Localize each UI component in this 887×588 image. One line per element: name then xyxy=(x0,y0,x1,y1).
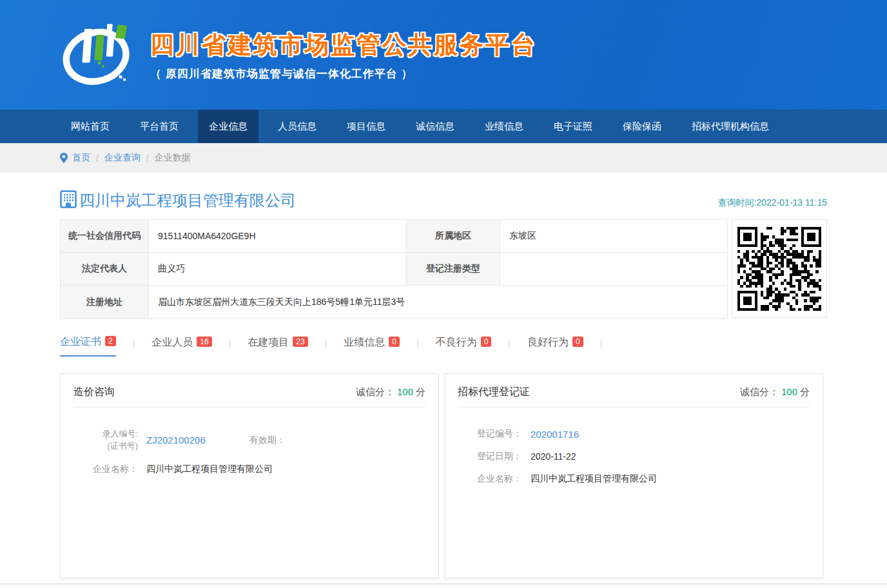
card-title: 招标代理登记证 xyxy=(458,386,530,399)
site-title: 四川省建筑市场监管公共服务平台 xyxy=(150,29,537,61)
credit-code-value: 91511400MA6420GE9H xyxy=(149,220,407,252)
count-badge: 16 xyxy=(197,337,211,347)
company-name-value: 四川中岚工程项目管理有限公司 xyxy=(146,464,273,475)
registration-date-label: 登记日期： xyxy=(477,451,522,462)
breadcrumb-current: 企业数据 xyxy=(155,152,191,164)
nav-item-bidding-agency-info[interactable]: 招标代理机构信息 xyxy=(681,110,780,143)
tab-enterprise-personnel[interactable]: 企业人员 16 xyxy=(151,336,211,356)
registration-number-link[interactable]: 202001716 xyxy=(531,429,579,440)
registration-date-value: 2020-11-22 xyxy=(531,451,576,462)
company-name-label: 企业名称： xyxy=(477,473,522,485)
breadcrumb-enterprise-search[interactable]: 企业查询 xyxy=(104,152,141,164)
validity-label: 有效期： xyxy=(246,435,286,446)
count-badge: 23 xyxy=(293,337,307,347)
tab-separator: | xyxy=(133,338,135,355)
region-value: 东坡区 xyxy=(500,220,728,252)
company-name-label: 企业名称： xyxy=(93,464,138,475)
company-info-table: 统一社会信用代码 91511400MA6420GE9H 所属地区 东坡区 法定代… xyxy=(60,219,728,319)
count-badge: 2 xyxy=(105,336,116,346)
entry-number-label: 录入编号:(证书号) xyxy=(93,428,138,453)
nav-item-project-info[interactable]: 项目信息 xyxy=(336,110,396,143)
count-badge: 0 xyxy=(481,337,492,347)
registration-number-label: 登记编号： xyxy=(477,428,522,440)
breadcrumb-separator: / xyxy=(96,153,99,163)
count-badge: 0 xyxy=(572,337,583,347)
certificate-number-link[interactable]: ZJ202100206 xyxy=(146,435,206,446)
nav-item-enterprise-info[interactable]: 企业信息 xyxy=(198,110,258,143)
footer-divider xyxy=(0,583,887,588)
tab-separator: | xyxy=(600,338,603,355)
table-label: 注册地址 xyxy=(61,286,149,318)
nav-item-e-certificate[interactable]: 电子证照 xyxy=(543,110,603,143)
table-label: 统一社会信用代码 xyxy=(61,220,149,252)
nav-item-performance-info[interactable]: 业绩信息 xyxy=(474,110,534,143)
tabs-row: 企业证书 2 | 企业人员 16 | 在建项目 23 | 业绩信息 0 | 不良… xyxy=(60,335,827,357)
nav-item-personnel-info[interactable]: 人员信息 xyxy=(267,110,327,143)
tab-separator: | xyxy=(325,338,327,355)
main-content: 四川中岚工程项目管理有限公司 查询时间:2022-01-13 11:15 统一社… xyxy=(60,190,827,578)
score-value: 100 xyxy=(397,386,413,397)
tab-separator: | xyxy=(508,338,511,355)
site-header: 四川省建筑市场监管公共服务平台 （ 原四川省建筑市场监管与诚信一体化工作平台 ） xyxy=(0,0,887,110)
building-icon xyxy=(60,190,77,211)
qr-code-box xyxy=(732,219,827,318)
credit-score: 诚信分：100分 xyxy=(356,386,425,398)
legal-rep-value: 曲义巧 xyxy=(149,253,407,285)
nav-item-credit-info[interactable]: 诚信信息 xyxy=(405,110,465,143)
table-row: 统一社会信用代码 91511400MA6420GE9H 所属地区 东坡区 xyxy=(61,220,728,253)
query-time: 查询时间:2022-01-13 11:15 xyxy=(718,197,827,211)
table-label: 登记注册类型 xyxy=(407,253,500,285)
site-subtitle: （ 原四川省建筑市场监管与诚信一体化工作平台 ） xyxy=(150,66,537,81)
breadcrumb: 首页 / 企业查询 / 企业数据 xyxy=(60,143,827,173)
registration-type-value xyxy=(500,253,728,285)
tab-bad-behavior[interactable]: 不良行为 0 xyxy=(436,336,492,356)
table-row: 法定代表人 曲义巧 登记注册类型 xyxy=(61,253,728,286)
table-label: 所属地区 xyxy=(407,220,500,252)
tab-enterprise-certificates[interactable]: 企业证书 2 xyxy=(60,335,116,357)
cost-consulting-card: 造价咨询 诚信分：100分 录入编号:(证书号) ZJ202100206 有效期… xyxy=(60,373,439,578)
nav-item-insurance-guarantee[interactable]: 保险保函 xyxy=(612,110,672,143)
breadcrumb-bar: 首页 / 企业查询 / 企业数据 xyxy=(0,143,887,173)
location-pin-icon xyxy=(60,153,68,163)
site-logo xyxy=(57,19,136,91)
tab-good-behavior[interactable]: 良好行为 0 xyxy=(527,336,583,356)
company-name-value: 四川中岚工程项目管理有限公司 xyxy=(531,473,657,485)
count-badge: 0 xyxy=(389,337,400,347)
nav-item-platform-home[interactable]: 平台首页 xyxy=(129,110,190,143)
table-row: 注册地址 眉山市东坡区眉州大道东三段天天向上186号5幢1单元11层3号 xyxy=(61,286,728,318)
tab-separator: | xyxy=(416,338,419,355)
bidding-agency-registration-card: 招标代理登记证 诚信分：100分 登记编号： 202001716 登记日期： 2… xyxy=(444,373,823,578)
tab-performance-info[interactable]: 业绩信息 0 xyxy=(344,336,400,356)
nav-item-website-home[interactable]: 网站首页 xyxy=(60,110,121,143)
table-label: 法定代表人 xyxy=(61,253,149,285)
card-title: 造价咨询 xyxy=(73,386,115,399)
main-nav: 网站首页 平台首页 企业信息 人员信息 项目信息 诚信信息 业绩信息 电子证照 … xyxy=(0,110,887,143)
credit-score: 诚信分：100分 xyxy=(740,386,810,398)
breadcrumb-home[interactable]: 首页 xyxy=(72,152,90,164)
address-value: 眉山市东坡区眉州大道东三段天天向上186号5幢1单元11层3号 xyxy=(149,286,728,318)
breadcrumb-separator: / xyxy=(146,153,149,163)
company-title: 四川中岚工程项目管理有限公司 xyxy=(79,190,296,211)
tab-separator: | xyxy=(229,338,231,355)
tab-projects-under-construction[interactable]: 在建项目 23 xyxy=(248,336,307,356)
score-value: 100 xyxy=(781,386,797,397)
qr-code xyxy=(737,227,821,311)
